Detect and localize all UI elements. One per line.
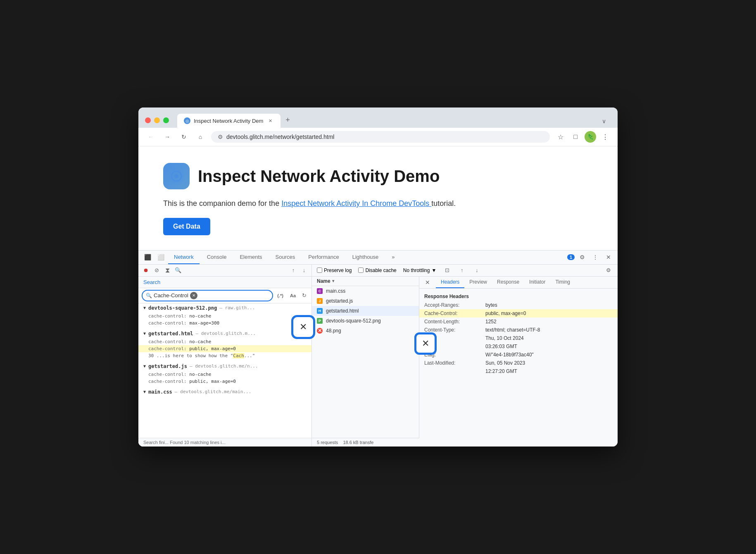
preserve-log-label[interactable]: Preserve log bbox=[317, 267, 352, 273]
page-logo bbox=[163, 163, 190, 189]
search-clear-button[interactable]: ✕ bbox=[190, 292, 197, 299]
filename-getstarted-html: getstarted.html bbox=[326, 308, 359, 314]
files-list-header: Name ▾ bbox=[312, 277, 419, 286]
headers-close-button[interactable]: ✕ bbox=[423, 277, 433, 287]
search-case-option[interactable]: Aa bbox=[288, 292, 298, 299]
search-results-list: ▼ devtools-square-512.png — raw.gith... … bbox=[138, 303, 311, 438]
bookmark-button[interactable]: ☆ bbox=[555, 131, 566, 143]
clear-network-icon[interactable]: ⊘ bbox=[152, 266, 161, 275]
left-x-overlay[interactable]: ✕ bbox=[291, 315, 315, 339]
network-settings-icon[interactable]: ⚙ bbox=[604, 266, 613, 275]
css-type-icon: C bbox=[317, 288, 323, 294]
detail-html-1[interactable]: cache-control: no-cache bbox=[138, 338, 311, 345]
tab-more[interactable]: » bbox=[386, 251, 400, 264]
nav-bar: ← → ↻ ⌂ ⚙ devtools.glitch.me/network/get… bbox=[138, 128, 618, 146]
browser-window: ◎ Inspect Network Activity Dem ✕ + ∨ ← →… bbox=[138, 107, 618, 447]
collapse-icon-js: ▼ bbox=[143, 364, 146, 368]
tab-timing[interactable]: Timing bbox=[550, 277, 575, 288]
tab-sources[interactable]: Sources bbox=[270, 251, 301, 264]
tab-performance[interactable]: Performance bbox=[302, 251, 345, 264]
devtools-toolbar: ⬛ ⬜ Network Console Elements Sources Per… bbox=[138, 251, 618, 265]
sort-icon: ▾ bbox=[332, 279, 334, 283]
tab-close-button[interactable]: ✕ bbox=[266, 117, 274, 124]
tab-network[interactable]: Network bbox=[168, 251, 200, 264]
back-button[interactable]: ← bbox=[145, 131, 157, 143]
search-result-file-png[interactable]: ▼ devtools-square-512.png — raw.gith... bbox=[138, 303, 311, 313]
file-row-png-48[interactable]: ✕ 48.png bbox=[312, 326, 419, 336]
devtools-device-toggle[interactable]: ⬜ bbox=[155, 251, 166, 263]
svg-point-2 bbox=[174, 174, 178, 178]
page-header: Inspect Network Activity Demo bbox=[163, 163, 593, 189]
file-row-html[interactable]: H getstarted.html bbox=[312, 306, 419, 316]
upload-icon[interactable]: ↑ bbox=[289, 266, 297, 275]
right-x-overlay[interactable]: ✕ bbox=[414, 332, 437, 355]
detail-js-1[interactable]: cache-control: no-cache bbox=[138, 371, 311, 378]
source-png: — raw.gith... bbox=[219, 305, 255, 310]
forward-button[interactable]: → bbox=[162, 131, 173, 143]
wifi-icon[interactable]: ⊡ bbox=[443, 266, 451, 275]
detail-html-3[interactable]: 30 ...is here to show how the "Cach..." bbox=[138, 352, 311, 359]
search-label: Search bbox=[143, 279, 160, 285]
extension-button[interactable]: □ bbox=[570, 131, 581, 143]
filename-js: getstarted.js bbox=[148, 363, 187, 369]
tab-dropdown-button[interactable]: ∨ bbox=[597, 115, 611, 128]
description-link[interactable]: Inspect Network Activity In Chrome DevTo… bbox=[281, 199, 431, 208]
home-button[interactable]: ⌂ bbox=[195, 131, 206, 143]
header-row-last-modified-time: 12:27:20 GMT bbox=[419, 367, 618, 375]
search-network-icon[interactable]: 🔍 bbox=[174, 266, 182, 275]
filter-icon[interactable]: ⧗ bbox=[163, 266, 171, 275]
preserve-log-checkbox[interactable] bbox=[317, 267, 322, 273]
devtools-menu-icon[interactable]: ⋮ bbox=[590, 251, 601, 263]
page-description: This is the companion demo for the Inspe… bbox=[163, 198, 593, 210]
devtools-settings-icon[interactable]: ⚙ bbox=[576, 251, 588, 263]
tab-response[interactable]: Response bbox=[492, 277, 524, 288]
description-prefix: This is the companion demo for the bbox=[163, 199, 281, 208]
search-regex-option[interactable]: (.*) bbox=[275, 292, 286, 299]
active-tab[interactable]: ◎ Inspect Network Activity Dem ✕ bbox=[177, 114, 281, 128]
disable-cache-label[interactable]: Disable cache bbox=[358, 267, 396, 273]
file-row-css[interactable]: C main.css bbox=[312, 286, 419, 296]
reload-button[interactable]: ↻ bbox=[178, 131, 190, 143]
page-content: Inspect Network Activity Demo This is th… bbox=[138, 146, 618, 250]
tab-initiator[interactable]: Initiator bbox=[524, 277, 550, 288]
disable-cache-checkbox[interactable] bbox=[358, 267, 364, 273]
header-row-content-length: Content-Length: 1252 bbox=[419, 318, 618, 326]
minimize-button[interactable] bbox=[154, 117, 160, 123]
record-icon[interactable]: ⏺ bbox=[142, 266, 150, 275]
detail-png-2[interactable]: cache-control: max-age=300 bbox=[138, 320, 311, 327]
devtools-element-picker[interactable]: ⬛ bbox=[142, 251, 153, 263]
tab-elements[interactable]: Elements bbox=[234, 251, 268, 264]
file-row-png-large[interactable]: P devtools-square-512.png bbox=[312, 316, 419, 326]
tab-console[interactable]: Console bbox=[201, 251, 233, 264]
file-row-js[interactable]: J getstarted.js bbox=[312, 296, 419, 306]
menu-button[interactable]: ⋮ bbox=[599, 131, 611, 143]
tab-headers[interactable]: Headers bbox=[436, 277, 464, 288]
header-key-last-modified: Last-Modified: bbox=[424, 360, 482, 366]
js-type-icon: J bbox=[317, 298, 323, 304]
download-icon[interactable]: ↓ bbox=[300, 266, 308, 275]
tab-lighthouse[interactable]: Lighthouse bbox=[347, 251, 385, 264]
files-list: Name ▾ C main.css J getstarted.js H bbox=[312, 277, 419, 447]
get-data-button[interactable]: Get Data bbox=[163, 218, 210, 235]
search-result-file-html[interactable]: ▼ getstarted.html — devtools.glitch.m... bbox=[138, 329, 311, 338]
devtools-issues-badge[interactable]: 1 bbox=[567, 254, 575, 260]
devtools-close-icon[interactable]: ✕ bbox=[603, 251, 614, 263]
detail-png-1[interactable]: cache-control: no-cache bbox=[138, 313, 311, 320]
search-result-file-js[interactable]: ▼ getstarted.js — devtools.glitch.me/n..… bbox=[138, 362, 311, 371]
address-bar[interactable]: ⚙ devtools.glitch.me/network/getstarted.… bbox=[211, 131, 550, 143]
detail-html-2[interactable]: cache-control: public, max-age=0 bbox=[138, 345, 311, 352]
tab-preview[interactable]: Preview bbox=[464, 277, 492, 288]
search-result-file-css[interactable]: ▼ main.css — devtools.glitch.me/main... bbox=[138, 387, 311, 396]
import-icon[interactable]: ↑ bbox=[458, 266, 466, 275]
export-icon[interactable]: ↓ bbox=[473, 266, 481, 275]
detail-js-2[interactable]: cache-control: public, max-age=0 bbox=[138, 378, 311, 385]
close-button[interactable] bbox=[145, 117, 151, 123]
search-refresh-icon[interactable]: ↻ bbox=[300, 291, 308, 300]
maximize-button[interactable] bbox=[163, 117, 169, 123]
filename-48-png: 48.png bbox=[326, 328, 341, 334]
search-box[interactable]: 🔍 Cache-Control ✕ bbox=[142, 290, 273, 301]
profile-avatar[interactable]: 🦎 bbox=[585, 131, 596, 143]
header-val-content-length: 1252 bbox=[485, 319, 497, 325]
new-tab-button[interactable]: + bbox=[281, 112, 295, 128]
throttling-select[interactable]: No throttling ▼ bbox=[403, 267, 437, 273]
